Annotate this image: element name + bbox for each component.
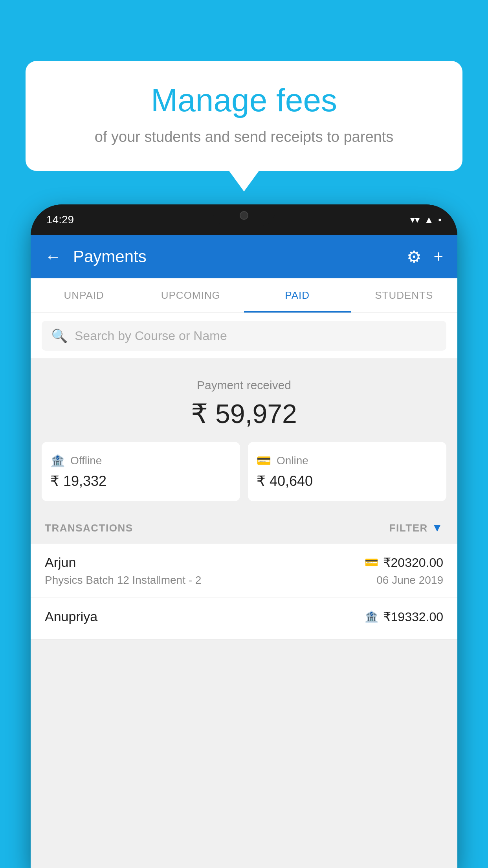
offline-payment-icon: 🏦 bbox=[365, 610, 378, 623]
tabs-bar: UNPAID UPCOMING PAID STUDENTS bbox=[31, 278, 457, 313]
online-icon: 💳 bbox=[257, 454, 271, 467]
tab-paid[interactable]: PAID bbox=[244, 278, 351, 313]
offline-card: 🏦 Offline ₹ 19,332 bbox=[42, 442, 240, 501]
back-button[interactable]: ← bbox=[45, 247, 61, 266]
online-card-header: 💳 Online bbox=[257, 454, 438, 467]
transaction-top: Arjun 💳 ₹20320.00 bbox=[45, 555, 443, 570]
filter-button[interactable]: FILTER ▼ bbox=[389, 522, 443, 534]
transaction-course: Physics Batch 12 Installment - 2 bbox=[45, 574, 201, 587]
transaction-amount: ₹20320.00 bbox=[383, 555, 443, 570]
online-amount: ₹ 40,640 bbox=[257, 473, 438, 489]
payment-summary: Payment received ₹ 59,972 🏦 Offline ₹ 19… bbox=[31, 359, 457, 512]
offline-card-header: 🏦 Offline bbox=[50, 454, 231, 467]
battery-icon: ▪ bbox=[438, 214, 442, 225]
signal-icon: ▲ bbox=[424, 214, 434, 225]
bubble-subtitle: of your students and send receipts to pa… bbox=[49, 127, 439, 147]
search-icon: 🔍 bbox=[51, 328, 68, 344]
table-row[interactable]: Anupriya 🏦 ₹19332.00 bbox=[31, 598, 457, 640]
transaction-name: Anupriya bbox=[45, 609, 97, 624]
offline-amount: ₹ 19,332 bbox=[50, 473, 231, 489]
phone-notch bbox=[213, 204, 275, 226]
offline-label: Offline bbox=[70, 454, 102, 467]
tab-upcoming[interactable]: UPCOMING bbox=[138, 278, 244, 313]
search-container: 🔍 Search by Course or Name bbox=[31, 313, 457, 359]
status-icons: ▾▾ ▲ ▪ bbox=[410, 214, 442, 225]
transaction-amount: ₹19332.00 bbox=[383, 609, 443, 624]
transaction-date: 06 June 2019 bbox=[376, 574, 443, 587]
transaction-amount-wrap: 💳 ₹20320.00 bbox=[365, 555, 443, 570]
search-input[interactable]: Search by Course or Name bbox=[75, 329, 227, 343]
app-header: ← Payments ⚙ + bbox=[31, 235, 457, 278]
phone-frame: 14:29 ▾▾ ▲ ▪ ← Payments ⚙ + UNPAID UPCOM… bbox=[31, 204, 457, 868]
transactions-label: TRANSACTIONS bbox=[45, 522, 133, 534]
tab-unpaid[interactable]: UNPAID bbox=[31, 278, 138, 313]
online-label: Online bbox=[277, 454, 308, 467]
app-screen: ← Payments ⚙ + UNPAID UPCOMING PAID STUD… bbox=[31, 235, 457, 868]
camera bbox=[240, 211, 248, 220]
transaction-amount-wrap: 🏦 ₹19332.00 bbox=[365, 609, 443, 624]
transaction-top: Anupriya 🏦 ₹19332.00 bbox=[45, 609, 443, 624]
transaction-name: Arjun bbox=[45, 555, 76, 570]
payment-cards: 🏦 Offline ₹ 19,332 💳 Online ₹ 40,640 bbox=[42, 442, 446, 501]
table-row[interactable]: Arjun 💳 ₹20320.00 Physics Batch 12 Insta… bbox=[31, 544, 457, 598]
offline-icon: 🏦 bbox=[50, 454, 65, 467]
bubble-title: Manage fees bbox=[49, 83, 439, 118]
speech-bubble-container: Manage fees of your students and send re… bbox=[26, 61, 462, 171]
search-bar[interactable]: 🔍 Search by Course or Name bbox=[42, 321, 446, 351]
tab-students[interactable]: STUDENTS bbox=[351, 278, 458, 313]
speech-bubble: Manage fees of your students and send re… bbox=[26, 61, 462, 171]
status-bar: 14:29 ▾▾ ▲ ▪ bbox=[31, 204, 457, 235]
online-payment-icon: 💳 bbox=[365, 556, 378, 569]
transaction-bottom: Physics Batch 12 Installment - 2 06 June… bbox=[45, 574, 443, 587]
filter-icon: ▼ bbox=[432, 522, 443, 534]
online-card: 💳 Online ₹ 40,640 bbox=[248, 442, 446, 501]
payment-total-amount: ₹ 59,972 bbox=[42, 398, 446, 429]
wifi-icon: ▾▾ bbox=[410, 214, 420, 225]
filter-label: FILTER bbox=[389, 522, 428, 534]
header-icons: ⚙ + bbox=[407, 247, 443, 267]
payment-received-label: Payment received bbox=[42, 379, 446, 392]
page-title: Payments bbox=[73, 247, 399, 266]
add-icon[interactable]: + bbox=[433, 247, 443, 266]
settings-icon[interactable]: ⚙ bbox=[407, 247, 422, 267]
transactions-header: TRANSACTIONS FILTER ▼ bbox=[31, 512, 457, 544]
status-time: 14:29 bbox=[46, 213, 74, 226]
